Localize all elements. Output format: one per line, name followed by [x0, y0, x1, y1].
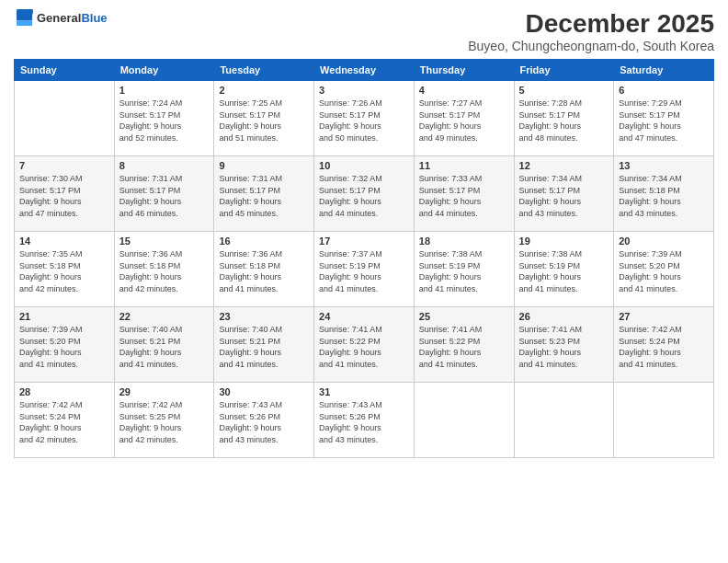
day-info: Sunrise: 7:41 AMSunset: 5:23 PMDaylight:… — [519, 324, 609, 370]
day-of-week-header: Thursday — [414, 60, 514, 81]
calendar-cell: 29Sunrise: 7:42 AMSunset: 5:25 PMDayligh… — [114, 383, 214, 458]
day-number: 31 — [319, 386, 409, 397]
day-info: Sunrise: 7:34 AMSunset: 5:18 PMDaylight:… — [619, 173, 709, 219]
day-of-week-header: Sunday — [15, 60, 115, 81]
calendar-cell: 11Sunrise: 7:33 AMSunset: 5:17 PMDayligh… — [414, 156, 514, 232]
logo: GeneralBlue — [14, 9, 108, 26]
day-info: Sunrise: 7:34 AMSunset: 5:17 PMDaylight:… — [519, 173, 609, 219]
day-info: Sunrise: 7:40 AMSunset: 5:21 PMDaylight:… — [219, 324, 309, 370]
day-number: 18 — [419, 236, 509, 247]
calendar-cell: 27Sunrise: 7:42 AMSunset: 5:24 PMDayligh… — [614, 307, 714, 383]
calendar-cell: 12Sunrise: 7:34 AMSunset: 5:17 PMDayligh… — [514, 156, 614, 232]
calendar-cell — [614, 383, 714, 458]
day-info: Sunrise: 7:29 AMSunset: 5:17 PMDaylight:… — [619, 98, 709, 144]
day-number: 25 — [419, 311, 509, 322]
calendar-cell: 1Sunrise: 7:24 AMSunset: 5:17 PMDaylight… — [114, 81, 214, 156]
day-of-week-header: Tuesday — [214, 60, 314, 81]
calendar-cell: 7Sunrise: 7:30 AMSunset: 5:17 PMDaylight… — [15, 156, 115, 232]
day-info: Sunrise: 7:28 AMSunset: 5:17 PMDaylight:… — [519, 98, 609, 144]
day-number: 23 — [219, 311, 309, 322]
day-number: 19 — [519, 236, 609, 247]
day-number: 6 — [619, 85, 709, 96]
day-number: 11 — [419, 160, 509, 171]
day-of-week-header: Monday — [114, 60, 214, 81]
calendar-cell: 22Sunrise: 7:40 AMSunset: 5:21 PMDayligh… — [114, 307, 214, 383]
title-block: December 2025 Buyeo, Chungcheongnam-do, … — [468, 9, 714, 53]
day-info: Sunrise: 7:38 AMSunset: 5:19 PMDaylight:… — [519, 248, 609, 294]
calendar-cell: 4Sunrise: 7:27 AMSunset: 5:17 PMDaylight… — [414, 81, 514, 156]
calendar-week-row: 28Sunrise: 7:42 AMSunset: 5:24 PMDayligh… — [15, 383, 714, 458]
day-number: 1 — [119, 85, 210, 96]
day-number: 12 — [519, 160, 609, 171]
day-info: Sunrise: 7:39 AMSunset: 5:20 PMDaylight:… — [19, 324, 109, 370]
day-info: Sunrise: 7:33 AMSunset: 5:17 PMDaylight:… — [419, 173, 509, 219]
calendar-cell — [15, 81, 115, 156]
day-info: Sunrise: 7:31 AMSunset: 5:17 PMDaylight:… — [219, 173, 309, 219]
svg-rect-3 — [17, 21, 32, 26]
day-number: 28 — [19, 386, 109, 397]
day-number: 4 — [419, 85, 509, 96]
calendar-cell: 25Sunrise: 7:41 AMSunset: 5:22 PMDayligh… — [414, 307, 514, 383]
calendar-week-row: 14Sunrise: 7:35 AMSunset: 5:18 PMDayligh… — [15, 232, 714, 307]
day-of-week-header: Friday — [514, 60, 614, 81]
calendar-cell — [514, 383, 614, 458]
calendar-cell: 10Sunrise: 7:32 AMSunset: 5:17 PMDayligh… — [314, 156, 415, 232]
calendar-header-row: SundayMondayTuesdayWednesdayThursdayFrid… — [15, 60, 714, 81]
day-of-week-header: Wednesday — [314, 60, 415, 81]
calendar-cell: 14Sunrise: 7:35 AMSunset: 5:18 PMDayligh… — [15, 232, 115, 307]
calendar-cell: 15Sunrise: 7:36 AMSunset: 5:18 PMDayligh… — [114, 232, 214, 307]
day-number: 22 — [119, 311, 210, 322]
logo-text: GeneralBlue — [37, 9, 108, 26]
day-number: 30 — [219, 386, 309, 397]
day-number: 10 — [319, 160, 409, 171]
day-number: 13 — [619, 160, 709, 171]
generalblue-logo-icon — [17, 9, 33, 26]
day-info: Sunrise: 7:35 AMSunset: 5:18 PMDaylight:… — [19, 248, 109, 294]
calendar-cell: 16Sunrise: 7:36 AMSunset: 5:18 PMDayligh… — [214, 232, 314, 307]
calendar-cell: 26Sunrise: 7:41 AMSunset: 5:23 PMDayligh… — [514, 307, 614, 383]
day-info: Sunrise: 7:42 AMSunset: 5:24 PMDaylight:… — [619, 324, 709, 370]
calendar-cell: 21Sunrise: 7:39 AMSunset: 5:20 PMDayligh… — [15, 307, 115, 383]
calendar-cell: 13Sunrise: 7:34 AMSunset: 5:18 PMDayligh… — [614, 156, 714, 232]
month-title: December 2025 — [468, 9, 714, 39]
day-number: 15 — [119, 236, 210, 247]
day-number: 24 — [319, 311, 409, 322]
day-info: Sunrise: 7:24 AMSunset: 5:17 PMDaylight:… — [119, 98, 210, 144]
calendar-cell: 8Sunrise: 7:31 AMSunset: 5:17 PMDaylight… — [114, 156, 214, 232]
day-info: Sunrise: 7:39 AMSunset: 5:20 PMDaylight:… — [619, 248, 709, 294]
location-subtitle: Buyeo, Chungcheongnam-do, South Korea — [468, 39, 714, 53]
day-info: Sunrise: 7:31 AMSunset: 5:17 PMDaylight:… — [119, 173, 210, 219]
calendar-cell: 18Sunrise: 7:38 AMSunset: 5:19 PMDayligh… — [414, 232, 514, 307]
day-info: Sunrise: 7:26 AMSunset: 5:17 PMDaylight:… — [319, 98, 409, 144]
day-info: Sunrise: 7:43 AMSunset: 5:26 PMDaylight:… — [219, 399, 309, 445]
calendar-cell: 20Sunrise: 7:39 AMSunset: 5:20 PMDayligh… — [614, 232, 714, 307]
calendar-week-row: 1Sunrise: 7:24 AMSunset: 5:17 PMDaylight… — [15, 81, 714, 156]
day-number: 7 — [19, 160, 109, 171]
day-info: Sunrise: 7:36 AMSunset: 5:18 PMDaylight:… — [219, 248, 309, 294]
calendar-week-row: 21Sunrise: 7:39 AMSunset: 5:20 PMDayligh… — [15, 307, 714, 383]
day-number: 17 — [319, 236, 409, 247]
day-info: Sunrise: 7:25 AMSunset: 5:17 PMDaylight:… — [219, 98, 309, 144]
calendar-cell: 9Sunrise: 7:31 AMSunset: 5:17 PMDaylight… — [214, 156, 314, 232]
calendar-cell: 23Sunrise: 7:40 AMSunset: 5:21 PMDayligh… — [214, 307, 314, 383]
day-info: Sunrise: 7:41 AMSunset: 5:22 PMDaylight:… — [419, 324, 509, 370]
day-info: Sunrise: 7:32 AMSunset: 5:17 PMDaylight:… — [319, 173, 409, 219]
calendar-cell: 3Sunrise: 7:26 AMSunset: 5:17 PMDaylight… — [314, 81, 415, 156]
calendar-cell: 5Sunrise: 7:28 AMSunset: 5:17 PMDaylight… — [514, 81, 614, 156]
day-number: 20 — [619, 236, 709, 247]
day-number: 27 — [619, 311, 709, 322]
day-info: Sunrise: 7:36 AMSunset: 5:18 PMDaylight:… — [119, 248, 210, 294]
calendar-body: 1Sunrise: 7:24 AMSunset: 5:17 PMDaylight… — [15, 81, 714, 458]
day-number: 5 — [519, 85, 609, 96]
day-info: Sunrise: 7:42 AMSunset: 5:25 PMDaylight:… — [119, 399, 210, 445]
svg-rect-0 — [17, 9, 32, 21]
day-info: Sunrise: 7:38 AMSunset: 5:19 PMDaylight:… — [419, 248, 509, 294]
calendar-cell: 19Sunrise: 7:38 AMSunset: 5:19 PMDayligh… — [514, 232, 614, 307]
day-info: Sunrise: 7:27 AMSunset: 5:17 PMDaylight:… — [419, 98, 509, 144]
day-info: Sunrise: 7:40 AMSunset: 5:21 PMDaylight:… — [119, 324, 210, 370]
calendar-cell: 6Sunrise: 7:29 AMSunset: 5:17 PMDaylight… — [614, 81, 714, 156]
calendar-table: SundayMondayTuesdayWednesdayThursdayFrid… — [14, 59, 714, 458]
day-number: 2 — [219, 85, 309, 96]
page: GeneralBlue December 2025 Buyeo, Chungch… — [0, 0, 728, 563]
calendar-cell: 30Sunrise: 7:43 AMSunset: 5:26 PMDayligh… — [214, 383, 314, 458]
